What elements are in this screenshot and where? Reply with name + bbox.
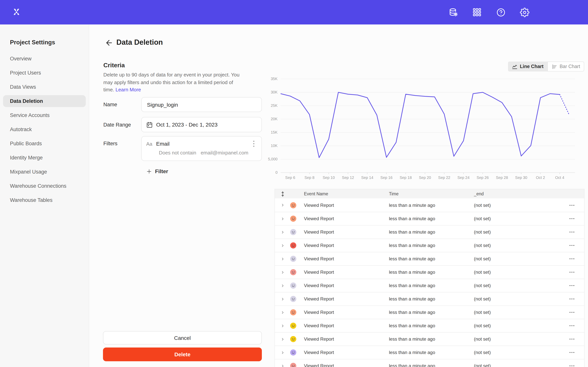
filter-menu-button[interactable] — [251, 140, 257, 147]
time-cell: less than a minute ago — [389, 256, 474, 261]
time-cell: less than a minute ago — [389, 269, 474, 275]
user-avatar — [290, 363, 304, 367]
sidebar-nav: OverviewProject UsersData ViewsData Dele… — [3, 53, 86, 208]
avatar-face-icon — [290, 323, 296, 329]
end-cell: (not set) — [474, 283, 545, 288]
avatar-face-icon — [290, 242, 296, 249]
date-range-picker[interactable]: Oct 1, 2023 - Dec 1, 2023 — [141, 117, 262, 132]
table-row: Viewed Reportless than a minute ago(not … — [275, 212, 584, 225]
row-menu-button[interactable] — [545, 298, 584, 300]
event-name-cell: Viewed Report — [304, 296, 389, 302]
topbar-icon-group — [448, 7, 530, 17]
col-header-end[interactable]: _end — [474, 192, 545, 196]
line-chart-toggle-button[interactable]: Line Chart — [508, 62, 547, 72]
swap-vertical-icon[interactable] — [275, 191, 290, 197]
sidebar-item-project-users[interactable]: Project Users — [3, 67, 86, 79]
row-menu-button[interactable] — [545, 352, 584, 353]
learn-more-link[interactable]: Learn More — [116, 87, 141, 92]
table-row: Viewed Reportless than a minute ago(not … — [275, 346, 584, 359]
row-menu-button[interactable] — [545, 271, 584, 273]
time-cell: less than a minute ago — [389, 363, 474, 367]
data-management-icon[interactable] — [448, 7, 458, 17]
row-menu-button[interactable] — [545, 325, 584, 326]
add-filter-button[interactable]: Filter — [147, 168, 168, 174]
date-range-value: Oct 1, 2023 - Dec 1, 2023 — [156, 122, 218, 128]
row-expand-chevron-icon[interactable] — [275, 203, 290, 207]
svg-text:Sep 28: Sep 28 — [496, 175, 508, 180]
add-filter-label: Filter — [155, 168, 168, 174]
svg-text:15K: 15K — [271, 130, 277, 134]
delete-button[interactable]: Delete — [103, 348, 262, 361]
row-expand-chevron-icon[interactable] — [275, 337, 290, 341]
sidebar-item-mixpanel-usage[interactable]: Mixpanel Usage — [3, 166, 86, 178]
row-expand-chevron-icon[interactable] — [275, 257, 290, 261]
back-button[interactable] — [105, 39, 113, 47]
bar-chart-toggle-label: Bar Chart — [560, 64, 580, 69]
mixpanel-logo-icon[interactable]: X — [11, 7, 21, 17]
svg-text:Sep 10: Sep 10 — [323, 175, 335, 180]
sidebar-item-public-boards[interactable]: Public Boards — [3, 138, 86, 150]
sidebar-item-identity-merge[interactable]: Identity Merge — [3, 152, 86, 164]
row-expand-chevron-icon[interactable] — [275, 324, 290, 328]
string-type-icon: Aa — [146, 141, 152, 147]
event-name-cell: Viewed Report — [304, 323, 389, 328]
name-field-label: Name — [103, 102, 117, 108]
row-expand-chevron-icon[interactable] — [275, 230, 290, 234]
user-avatar — [290, 296, 304, 302]
filter-card[interactable]: Aa Email Does not contain email@mixpanel… — [141, 136, 262, 161]
svg-text:Sep 16: Sep 16 — [380, 175, 392, 180]
row-menu-button[interactable] — [545, 312, 584, 313]
row-expand-chevron-icon[interactable] — [275, 284, 290, 288]
col-header-time[interactable]: Time — [389, 192, 474, 196]
row-expand-chevron-icon[interactable] — [275, 217, 290, 221]
time-cell: less than a minute ago — [389, 296, 474, 302]
row-expand-chevron-icon[interactable] — [275, 270, 290, 274]
sidebar-item-warehouse-connections[interactable]: Warehouse Connections — [3, 180, 86, 192]
bar-chart-toggle-button[interactable]: Bar Chart — [547, 62, 584, 72]
event-name-cell: Viewed Report — [304, 229, 389, 235]
row-expand-chevron-icon[interactable] — [275, 243, 290, 248]
sidebar-item-data-deletion[interactable]: Data Deletion — [3, 95, 86, 107]
criteria-heading: Criteria — [103, 62, 125, 69]
time-cell: less than a minute ago — [389, 336, 474, 342]
sidebar-item-data-views[interactable]: Data Views — [3, 81, 86, 93]
row-menu-button[interactable] — [545, 338, 584, 340]
plus-icon — [147, 169, 152, 174]
sidebar-item-overview[interactable]: Overview — [3, 53, 86, 65]
row-menu-button[interactable] — [545, 218, 584, 219]
end-cell: (not set) — [474, 323, 545, 328]
row-menu-button[interactable] — [545, 204, 584, 206]
table-row: Viewed Reportless than a minute ago(not … — [275, 239, 584, 252]
line-chart-toggle-label: Line Chart — [520, 64, 544, 69]
apps-grid-icon[interactable] — [472, 7, 482, 17]
event-name-cell: Viewed Report — [304, 243, 389, 248]
svg-text:30K: 30K — [271, 90, 277, 94]
date-range-field-label: Date Range — [103, 122, 131, 128]
row-menu-button[interactable] — [545, 258, 584, 259]
row-menu-button[interactable] — [545, 365, 584, 367]
event-name-cell: Viewed Report — [304, 202, 389, 208]
table-row: Viewed Reportless than a minute ago(not … — [275, 332, 584, 346]
cancel-button[interactable]: Cancel — [103, 331, 262, 344]
row-menu-button[interactable] — [545, 231, 584, 233]
help-icon[interactable] — [495, 7, 506, 17]
sidebar-item-autotrack[interactable]: Autotrack — [3, 124, 86, 135]
time-cell: less than a minute ago — [389, 350, 474, 355]
svg-text:Sep 8: Sep 8 — [304, 175, 314, 180]
row-expand-chevron-icon[interactable] — [275, 350, 290, 355]
row-menu-button[interactable] — [545, 245, 584, 246]
row-expand-chevron-icon[interactable] — [275, 310, 290, 314]
row-menu-button[interactable] — [545, 285, 584, 286]
time-cell: less than a minute ago — [389, 202, 474, 208]
sidebar-item-warehouse-tables[interactable]: Warehouse Tables — [3, 194, 86, 206]
filter-value: email@mixpanel.com — [201, 150, 248, 156]
name-input[interactable] — [141, 97, 262, 112]
sidebar-item-service-accounts[interactable]: Service Accounts — [3, 109, 86, 121]
row-expand-chevron-icon[interactable] — [275, 364, 290, 367]
table-row: Viewed Reportless than a minute ago(not … — [275, 279, 584, 292]
row-expand-chevron-icon[interactable] — [275, 297, 290, 301]
svg-text:Sep 18: Sep 18 — [400, 175, 412, 180]
col-header-event-name[interactable]: Event Name — [304, 192, 389, 196]
table-header-row: Event Name Time _end — [275, 189, 584, 198]
settings-icon[interactable] — [519, 7, 530, 17]
